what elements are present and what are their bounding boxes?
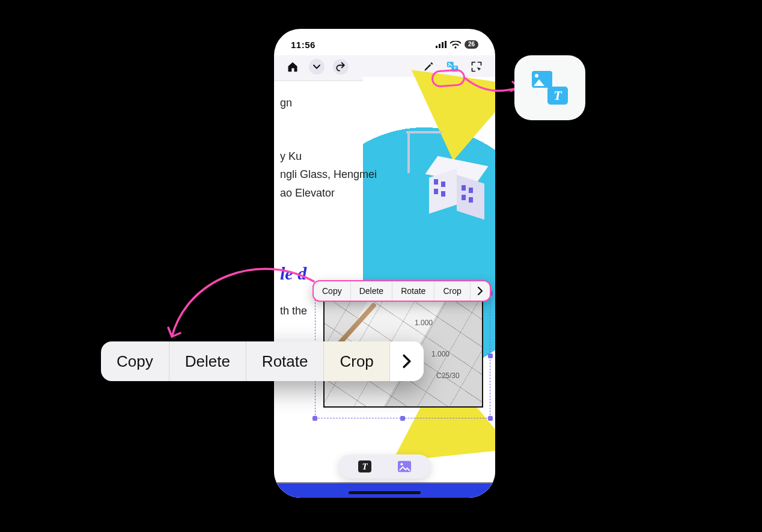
image-text-tool-icon[interactable]: T [445, 59, 460, 75]
selection-tool-icon[interactable] [469, 59, 484, 75]
menu-more-button[interactable] [390, 341, 424, 381]
status-indicators: 26 [436, 40, 478, 49]
svg-point-9 [400, 463, 403, 465]
status-time: 11:56 [291, 40, 315, 50]
menu-item-copy[interactable]: Copy [101, 341, 169, 381]
phone-frame: 11:56 26 [274, 29, 495, 498]
image-icon [398, 460, 411, 472]
chevron-down-icon[interactable] [309, 59, 325, 75]
image-number: C25/30 [436, 371, 460, 380]
menu-item-delete[interactable]: Delete [351, 281, 392, 301]
menu-item-crop[interactable]: Crop [324, 341, 389, 381]
insert-image-button[interactable] [397, 459, 412, 474]
context-menu-zoomed: Copy Delete Rotate Crop [101, 341, 424, 381]
annotation-icon-callout: T [514, 55, 585, 120]
battery-indicator: 26 [465, 40, 478, 49]
status-bar: 11:56 26 [274, 29, 495, 55]
text-icon: T [547, 87, 568, 105]
svg-text:T: T [453, 66, 457, 72]
menu-item-copy[interactable]: Copy [314, 281, 351, 301]
document-paragraph-fragment: th the [280, 301, 307, 321]
menu-item-delete[interactable]: Delete [169, 341, 246, 381]
menu-item-rotate[interactable]: Rotate [392, 281, 434, 301]
insert-text-button[interactable]: T [358, 459, 372, 474]
cellular-icon [436, 41, 447, 48]
svg-rect-2 [442, 42, 443, 48]
image-number: 1.000 [415, 319, 433, 327]
text-fragment: y Ku [280, 147, 377, 166]
menu-more-button[interactable] [471, 287, 490, 295]
document-footer-bar [274, 483, 495, 498]
text-fragment: ao Elevator [280, 184, 377, 203]
home-icon[interactable] [285, 59, 300, 75]
chevron-right-icon [477, 287, 483, 295]
selection-handle[interactable] [488, 416, 493, 421]
svg-point-5 [448, 63, 450, 64]
redo-icon[interactable] [333, 59, 349, 75]
selection-handle[interactable] [488, 353, 493, 358]
text-fragment: gn [280, 94, 377, 112]
menu-item-rotate[interactable]: Rotate [246, 341, 325, 381]
svg-rect-0 [436, 46, 437, 48]
insert-type-toggle: T [338, 454, 431, 478]
wifi-icon [450, 41, 461, 49]
home-indicator[interactable] [349, 491, 421, 494]
selection-handle[interactable] [312, 416, 317, 421]
text-fragment: ngli Glass, Hengmei [280, 165, 377, 184]
document-text: gn y Ku ngli Glass, Hengmei ao Elevator [280, 94, 377, 202]
selection-handle[interactable] [400, 416, 405, 421]
image-icon [532, 71, 552, 88]
text-icon: T [358, 460, 371, 472]
chevron-right-icon [402, 354, 412, 368]
document-heading-fragment: le d [280, 263, 306, 284]
svg-rect-1 [439, 44, 440, 48]
svg-rect-3 [445, 41, 447, 48]
menu-item-crop[interactable]: Crop [434, 281, 470, 301]
context-menu: Copy Delete Rotate Crop [312, 280, 491, 302]
image-number: 1.000 [431, 350, 450, 358]
